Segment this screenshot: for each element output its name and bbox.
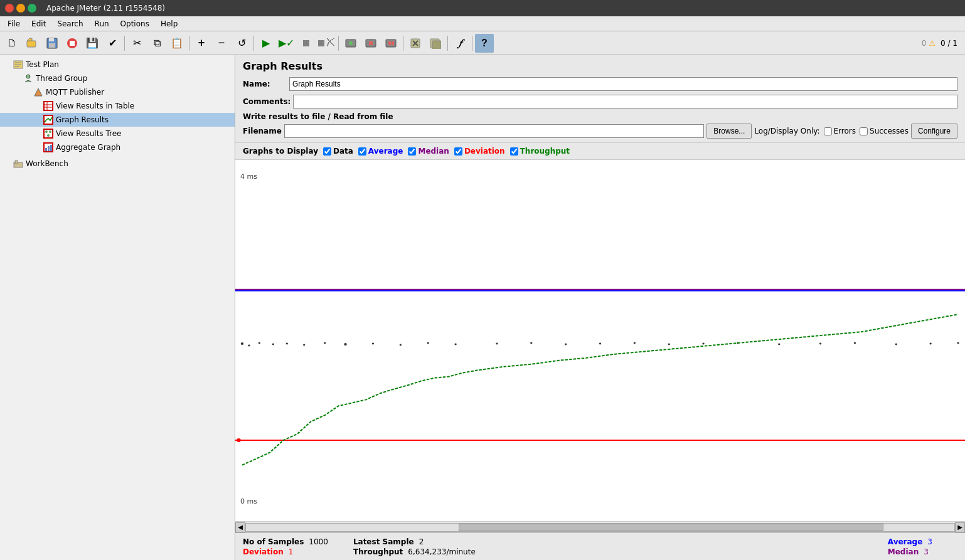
tree-label-test-plan: Test Plan xyxy=(26,60,59,69)
menu-search[interactable]: Search xyxy=(52,18,88,29)
menu-run[interactable]: Run xyxy=(90,18,114,29)
average-checkbox-label[interactable]: Average xyxy=(358,147,403,156)
clear-button[interactable] xyxy=(406,34,425,53)
function-button[interactable]: 𝑓 xyxy=(451,34,469,53)
copy-button[interactable]: ⧉ xyxy=(147,34,166,53)
save2-button[interactable]: 💾 xyxy=(83,34,102,53)
latest-sample-item: Latest Sample 2 xyxy=(353,537,476,546)
svg-rect-37 xyxy=(50,145,52,151)
throughput-checkbox-label[interactable]: Throughput xyxy=(510,147,570,156)
open-button[interactable] xyxy=(23,34,41,53)
menu-file[interactable]: File xyxy=(3,18,25,29)
tree-icon-plan xyxy=(13,59,24,70)
chart-scrollbar[interactable]: ◀ ▶ xyxy=(235,521,965,532)
refresh-button[interactable]: ↺ xyxy=(232,34,251,53)
menubar: File Edit Search Run Options Help xyxy=(0,16,965,31)
save-check-button[interactable]: ✔ xyxy=(103,34,122,53)
tree-item-view-results-tree[interactable]: View Results Tree xyxy=(0,127,235,140)
tree-item-graph-results[interactable]: Graph Results xyxy=(0,113,235,127)
median-checkbox-label[interactable]: Median xyxy=(408,147,449,156)
data-checkbox[interactable] xyxy=(323,147,331,156)
tree-item-aggregate-graph[interactable]: Aggregate Graph xyxy=(0,140,235,154)
tree-item-workbench[interactable]: WorkBench xyxy=(0,157,235,171)
scroll-thumb[interactable] xyxy=(459,524,883,531)
stop-button[interactable]: ⏹ xyxy=(297,34,316,53)
successes-label: Successes xyxy=(870,127,909,135)
svg-point-31 xyxy=(45,130,48,133)
svg-point-56 xyxy=(496,342,498,344)
svg-point-51 xyxy=(344,343,346,346)
remote-start-button[interactable] xyxy=(341,34,360,53)
name-input[interactable] xyxy=(289,77,957,91)
tree-item-mqtt-publisher[interactable]: MQTT Publisher xyxy=(0,85,235,99)
paste-button[interactable]: 📋 xyxy=(168,34,186,53)
configure-button[interactable]: Configure xyxy=(911,124,957,139)
filename-input[interactable] xyxy=(284,124,704,138)
median-checkbox[interactable] xyxy=(408,147,416,156)
minimize-button[interactable] xyxy=(16,4,25,13)
clear-all-button[interactable] xyxy=(426,34,445,53)
svg-point-59 xyxy=(599,342,601,344)
stop-x-button[interactable]: ⏹✗ xyxy=(317,34,336,53)
stop-red-button[interactable] xyxy=(63,34,82,53)
maximize-button[interactable] xyxy=(28,4,36,13)
svg-point-33 xyxy=(47,134,50,137)
add-button[interactable]: + xyxy=(192,34,211,53)
svg-rect-39 xyxy=(15,161,18,164)
menu-help[interactable]: Help xyxy=(156,18,183,29)
remote-stop-all-button[interactable] xyxy=(381,34,400,53)
svg-rect-4 xyxy=(49,43,55,48)
new-button[interactable]: 🗋 xyxy=(3,34,21,53)
scroll-right-button[interactable]: ▶ xyxy=(955,522,965,532)
svg-marker-24 xyxy=(35,88,42,96)
scroll-left-button[interactable]: ◀ xyxy=(235,522,245,532)
latest-sample-value: 2 xyxy=(419,537,424,546)
cut-button[interactable]: ✂ xyxy=(127,34,146,53)
browse-button[interactable]: Browse... xyxy=(706,124,752,139)
close-button[interactable] xyxy=(5,4,14,13)
comments-input[interactable] xyxy=(293,95,957,108)
throughput-checkbox[interactable] xyxy=(510,147,518,156)
window-controls[interactable] xyxy=(5,4,36,13)
tree-item-test-plan[interactable]: Test Plan xyxy=(0,58,235,71)
separator-2 xyxy=(189,36,189,51)
successes-checkbox-label[interactable]: Successes xyxy=(860,127,909,135)
successes-checkbox[interactable] xyxy=(860,127,868,135)
status-samples-col: No of Samples 1000 Deviation 1 xyxy=(243,537,328,556)
svg-rect-3 xyxy=(49,38,54,41)
run-button[interactable]: ▶ xyxy=(257,34,275,53)
svg-point-70 xyxy=(237,438,241,442)
remote-stop-button[interactable] xyxy=(361,34,380,53)
average-checkbox[interactable] xyxy=(358,147,366,156)
toolbar: 🗋 💾 ✔ ✂ ⧉ 📋 + − ↺ ▶ ▶✓ ⏹ ⏹✗ 𝑓 ? 0 ⚠ xyxy=(0,31,965,55)
separator-4 xyxy=(338,36,339,51)
save-button[interactable] xyxy=(43,34,61,53)
tree-icon-mqtt xyxy=(33,87,44,98)
titlebar: Apache JMeter (2.11 r1554548) xyxy=(0,0,965,16)
throughput-status-label: Throughput xyxy=(353,547,403,556)
errors-checkbox[interactable] xyxy=(824,127,832,135)
deviation-checkbox-label[interactable]: Deviation xyxy=(454,147,505,156)
svg-point-32 xyxy=(49,130,51,133)
scroll-track[interactable] xyxy=(245,523,955,532)
status-avg-med-col: Average 3 Median 3 xyxy=(888,537,932,556)
alert-area: 0 ⚠ 0 / 1 xyxy=(922,39,962,48)
svg-rect-29 xyxy=(44,115,53,124)
tree-icon-workbench xyxy=(13,158,24,169)
help-button[interactable]: ? xyxy=(475,34,494,53)
start-check-button[interactable]: ▶✓ xyxy=(277,34,296,53)
svg-rect-35 xyxy=(45,148,47,151)
status-bar: No of Samples 1000 Deviation 1 Latest Sa… xyxy=(235,532,965,560)
tree-item-view-results-table[interactable]: View Results in Table xyxy=(0,99,235,113)
tree-item-thread-group[interactable]: Thread Group xyxy=(0,71,235,85)
menu-edit[interactable]: Edit xyxy=(26,18,51,29)
svg-point-53 xyxy=(400,344,402,346)
svg-point-49 xyxy=(303,344,305,346)
remove-button[interactable]: − xyxy=(212,34,231,53)
data-checkbox-label[interactable]: Data xyxy=(323,147,353,156)
deviation-checkbox[interactable] xyxy=(454,147,462,156)
throughput-label: Throughput xyxy=(520,147,570,156)
chart-svg xyxy=(235,160,965,521)
menu-options[interactable]: Options xyxy=(115,18,154,29)
errors-checkbox-label[interactable]: Errors xyxy=(824,127,856,135)
